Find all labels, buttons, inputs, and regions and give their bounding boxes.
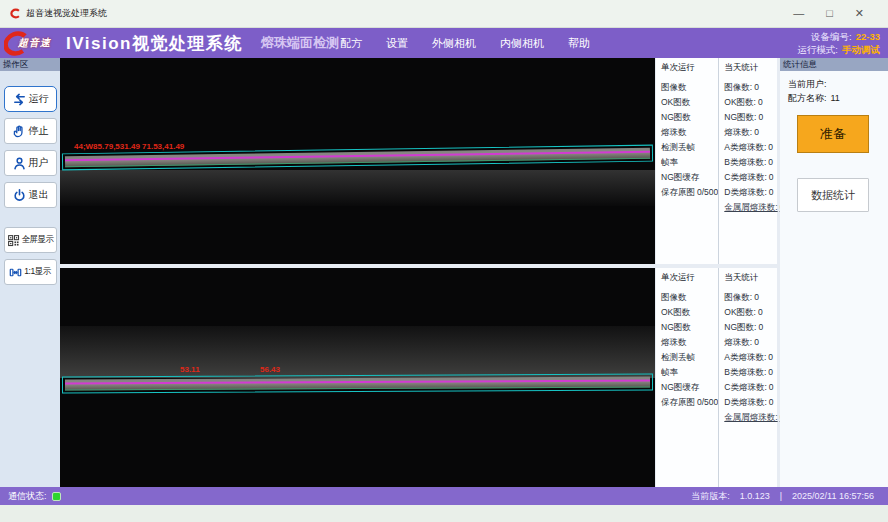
brand-logo: 超音速 [4, 28, 66, 58]
stat-row: NG图缓存 [661, 170, 718, 185]
daily-stats-column: 当天统计 图像数:0 OK图数:0 NG图数:0 熔珠数:0 A类熔珠数:0 B… [718, 58, 784, 264]
run-button[interactable]: 运行 [4, 86, 57, 112]
stop-hand-icon [12, 124, 27, 139]
app-subtitle: 熔珠端面检测 [261, 34, 339, 52]
stat-row: 图像数:0 [724, 290, 784, 305]
run-cycle-icon [12, 92, 27, 107]
stats-panel-top: 单次运行 图像数 OK图数 NG图数 熔珠数 检测丢帧 帧率 NG图缓存 保存原… [656, 58, 777, 264]
info-panel-body: 当前用户: 配方名称:11 [780, 71, 888, 111]
daily-stats-column: 当天统计 图像数:0 OK图数:0 NG图数:0 熔珠数:0 A类熔珠数:0 B… [718, 268, 784, 487]
single-run-column: 单次运行 图像数 OK图数 NG图数 熔珠数 检测丢帧 帧率 NG图缓存 保存原… [656, 268, 718, 487]
window-title: 超音速视觉处理系统 [26, 7, 107, 20]
menu-inner-camera[interactable]: 内侧相机 [500, 36, 544, 51]
fullscreen-grid-icon [7, 234, 20, 247]
current-user-row: 当前用户: [788, 77, 880, 91]
app-title: IVision视觉处理系统 [66, 32, 243, 55]
camera-viewport-bottom: 53.11 56.43 [60, 268, 655, 487]
single-run-title: 单次运行 [661, 62, 718, 74]
window-controls: — □ ✕ [793, 8, 878, 19]
measurement-annotation: 44;W85.79,531.49 71.53,41.49 [74, 142, 184, 151]
comm-status-label: 通信状态: [8, 490, 47, 503]
header-info: 设备编号:22-33 运行模式:手动调试 [797, 30, 880, 56]
status-bar-right: 当前版本: 1.0.123 | 2025/02/11 16:57:56 [691, 490, 880, 503]
stat-row: NG图数:0 [724, 320, 784, 335]
measurement-annotation: 56.43 [260, 365, 280, 374]
stat-row: 图像数 [661, 80, 718, 95]
minimize-button[interactable]: — [793, 8, 804, 19]
version-label: 当前版本: [691, 490, 730, 503]
save-original-row: 保存原图0/500 [661, 395, 718, 410]
stat-row: D类熔珠数:0 [724, 395, 784, 410]
app-header: 超音速 IVision视觉处理系统 熔珠端面检测 配方 设置 外侧相机 内侧相机… [0, 28, 888, 58]
stat-row: 帧率 [661, 155, 718, 170]
stat-row-metal: 金属屑熔珠数:0 [724, 410, 784, 425]
run-button-label: 运行 [29, 92, 49, 106]
user-icon [12, 156, 27, 171]
camera-viewport-top: 44;W85.79,531.49 71.53,41.49 [60, 58, 655, 264]
run-mode-value: 手动调试 [842, 44, 880, 55]
recipe-name-row: 配方名称:11 [788, 91, 880, 105]
stat-row-metal: 金属屑熔珠数:0 [724, 200, 784, 215]
datetime-value: 2025/02/11 16:57:56 [792, 491, 874, 501]
stat-row: 图像数:0 [724, 80, 784, 95]
fullscreen-button-label: 全屏显示 [22, 234, 54, 246]
daily-stats-title: 当天统计 [724, 62, 784, 74]
user-button[interactable]: 用户 [4, 150, 57, 176]
sidebar-title: 操作区 [0, 58, 60, 71]
stats-panel-bottom: 单次运行 图像数 OK图数 NG图数 熔珠数 检测丢帧 帧率 NG图缓存 保存原… [656, 268, 777, 487]
titlebar: 超音速视觉处理系统 — □ ✕ [0, 0, 888, 28]
user-button-label: 用户 [29, 156, 49, 170]
operation-sidebar: 操作区 运行 停止 用户 [0, 58, 60, 487]
stat-row: A类熔珠数:0 [724, 140, 784, 155]
stat-row: 帧率 [661, 365, 718, 380]
info-panel-title: 统计信息 [780, 58, 888, 71]
stat-row: 熔珠数:0 [724, 125, 784, 140]
power-icon [12, 188, 27, 203]
save-original-row: 保存原图0/500 [661, 185, 718, 200]
stat-row: OK图数 [661, 95, 718, 110]
ready-button[interactable]: 准备 [797, 115, 869, 153]
single-run-column: 单次运行 图像数 OK图数 NG图数 熔珠数 检测丢帧 帧率 NG图缓存 保存原… [656, 58, 718, 264]
stat-row: NG图数:0 [724, 110, 784, 125]
close-button[interactable]: ✕ [855, 8, 864, 19]
status-bar: 通信状态: 当前版本: 1.0.123 | 2025/02/11 16:57:5… [0, 487, 888, 505]
reflection-band [60, 170, 655, 206]
stat-row: 图像数 [661, 290, 718, 305]
stat-row: OK图数:0 [724, 95, 784, 110]
app-window: 超音速视觉处理系统 — □ ✕ 超音速 IVision视觉处理系统 熔珠端面检测… [0, 0, 888, 522]
one-to-one-icon [9, 266, 22, 279]
exit-button-label: 退出 [29, 188, 49, 202]
measurement-annotation: 53.11 [180, 365, 200, 374]
sidebar-buttons: 运行 停止 用户 退出 [0, 71, 60, 291]
stat-row: NG图数 [661, 110, 718, 125]
device-number-value: 22-33 [856, 31, 880, 42]
one-to-one-button-label: 1:1显示 [24, 266, 50, 278]
stat-row: D类熔珠数:0 [724, 185, 784, 200]
menu-recipe[interactable]: 配方 [340, 36, 362, 51]
menu-settings[interactable]: 设置 [386, 36, 408, 51]
stop-button-label: 停止 [29, 124, 49, 138]
stat-row: 检测丢帧 [661, 350, 718, 365]
stat-row: OK图数 [661, 305, 718, 320]
device-number-label: 设备编号: [811, 31, 852, 42]
maximize-button[interactable]: □ [826, 8, 833, 19]
info-panel: 统计信息 当前用户: 配方名称:11 准备 数据统计 [780, 58, 888, 487]
stop-button[interactable]: 停止 [4, 118, 57, 144]
single-run-title: 单次运行 [661, 272, 718, 284]
stat-row: B类熔珠数:0 [724, 365, 784, 380]
stat-row: 检测丢帧 [661, 140, 718, 155]
stat-row: C类熔珠数:0 [724, 380, 784, 395]
menu-help[interactable]: 帮助 [568, 36, 590, 51]
brand-logo-text: 超音速 [18, 36, 51, 50]
stat-row: 熔珠数 [661, 125, 718, 140]
stat-row: NG图数 [661, 320, 718, 335]
daily-stats-title: 当天统计 [724, 272, 784, 284]
fullscreen-button[interactable]: 全屏显示 [4, 227, 57, 253]
stat-row: NG图缓存 [661, 380, 718, 395]
stat-row: 熔珠数:0 [724, 335, 784, 350]
one-to-one-button[interactable]: 1:1显示 [4, 259, 57, 285]
exit-button[interactable]: 退出 [4, 182, 57, 208]
stat-row: B类熔珠数:0 [724, 155, 784, 170]
menu-outer-camera[interactable]: 外侧相机 [432, 36, 476, 51]
data-statistics-button[interactable]: 数据统计 [797, 178, 869, 212]
